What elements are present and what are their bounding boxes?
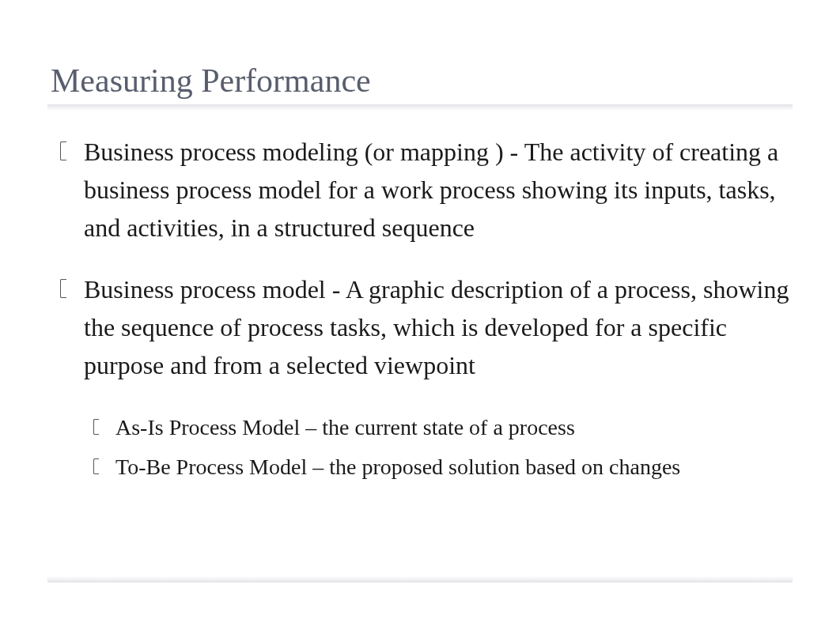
bullet-list-level2: As-Is Process Model – the current state … [84,411,789,484]
bullet-list-level1: Business process modeling (or mapping ) … [51,133,789,484]
list-item: Business process modeling (or mapping ) … [81,133,789,247]
title-divider [47,104,793,111]
list-item: To-Be Process Model – the proposed solut… [112,451,789,484]
list-item-text: To-Be Process Model – the proposed solut… [115,455,680,479]
list-item-text: Business process modeling (or mapping ) … [84,138,778,242]
list-item-text: Business process model - A graphic descr… [84,275,789,379]
list-item: Business process model - A graphic descr… [81,270,789,484]
list-item-text: As-Is Process Model – the current state … [115,415,575,439]
list-item: As-Is Process Model – the current state … [112,411,789,444]
footer-divider [47,576,793,583]
slide-title: Measuring Performance [51,62,789,100]
